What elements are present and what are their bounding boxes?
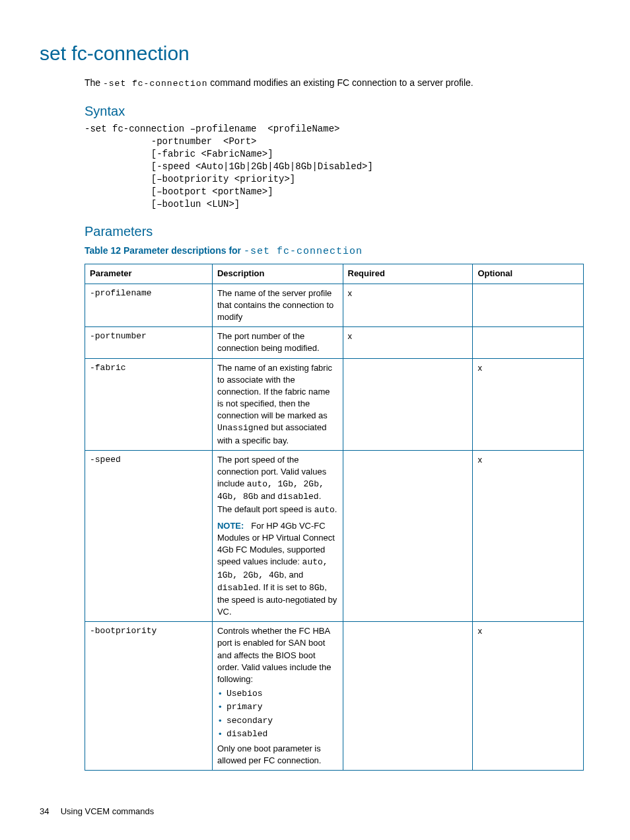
fabric-desc-mono: Unassigned xyxy=(217,423,269,433)
table-row: -bootpriority Controls whether the FC HB… xyxy=(85,622,584,771)
param-opt-profilename xyxy=(473,284,584,327)
param-desc-fabric: The name of an existing fabric to associ… xyxy=(212,358,343,450)
bootpriority-outro: Only one boot parameter is allowed per F… xyxy=(217,743,338,767)
parameters-table: Parameter Description Required Optional … xyxy=(85,264,584,771)
header-parameter: Parameter xyxy=(85,264,213,284)
speed-p1-end: . xyxy=(335,504,337,514)
bootpriority-bullets: Usebios primary secondary disabled xyxy=(217,688,338,740)
intro-command: -set fc-connection xyxy=(103,79,207,89)
caption-command: -set fc-connection xyxy=(244,246,363,257)
param-desc-speed: The port speed of the connection port. V… xyxy=(212,450,343,621)
fabric-desc-pre: The name of an existing fabric to associ… xyxy=(217,363,332,421)
table-row: -fabric The name of an existing fabric t… xyxy=(85,358,584,450)
intro-post: command modifies an existing FC connecti… xyxy=(207,77,473,88)
header-optional: Optional xyxy=(473,264,584,284)
header-description: Description xyxy=(212,264,343,284)
table-caption: Table 12 Parameter descriptions for -set… xyxy=(85,245,584,258)
speed-desc-p1: The port speed of the connection port. V… xyxy=(217,454,338,516)
table-row: -portnumber The port number of the conne… xyxy=(85,327,584,358)
note-mid1: , and xyxy=(284,570,303,580)
note-label: NOTE: xyxy=(217,521,244,531)
note-mid2: . If it is set to xyxy=(258,582,309,592)
param-desc-bootpriority: Controls whether the FC HBA port is enab… xyxy=(212,622,343,771)
speed-note: NOTE: For HP 4Gb VC-FC Modules or HP Vir… xyxy=(217,520,338,619)
param-opt-fabric: x xyxy=(473,358,584,450)
param-name-speed: -speed xyxy=(85,450,213,621)
syntax-heading: Syntax xyxy=(85,102,584,120)
param-opt-speed: x xyxy=(473,450,584,621)
page-number: 34 xyxy=(40,806,58,818)
intro-pre: The xyxy=(85,77,103,88)
speed-p1-mid: and xyxy=(258,491,277,501)
chapter-title: Using VCEM commands xyxy=(61,806,155,816)
param-req-portnumber: x xyxy=(343,327,473,358)
syntax-block: -set fc-connection –profilename <profile… xyxy=(85,123,584,210)
param-name-fabric: -fabric xyxy=(85,358,213,450)
list-item: disabled xyxy=(217,728,338,740)
list-item: Usebios xyxy=(217,688,338,700)
param-req-bootpriority xyxy=(343,622,473,771)
bootpriority-intro: Controls whether the FC HBA port is enab… xyxy=(217,625,338,685)
caption-prefix: Table 12 Parameter descriptions for xyxy=(85,245,244,256)
param-name-bootpriority: -bootpriority xyxy=(85,622,213,771)
param-opt-bootpriority: x xyxy=(473,622,584,771)
list-item: secondary xyxy=(217,715,338,727)
table-row: -profilename The name of the server prof… xyxy=(85,284,584,327)
header-required: Required xyxy=(343,264,473,284)
list-item: primary xyxy=(217,701,338,713)
table-header-row: Parameter Description Required Optional xyxy=(85,264,584,284)
param-desc-profilename: The name of the server profile that cont… xyxy=(212,284,343,327)
param-desc-portnumber: The port number of the connection being … xyxy=(212,327,343,358)
table-row: -speed The port speed of the connection … xyxy=(85,450,584,621)
page-footer: 34 Using VCEM commands xyxy=(40,806,154,818)
param-name-profilename: -profilename xyxy=(85,284,213,327)
param-req-fabric xyxy=(343,358,473,450)
speed-p1-disabled: disabled xyxy=(277,492,318,502)
page-container: set fc-connection The -set fc-connection… xyxy=(0,0,630,840)
param-req-speed xyxy=(343,450,473,621)
param-opt-portnumber xyxy=(473,327,584,358)
note-disabled: disabled xyxy=(217,583,258,593)
section-title: set fc-connection xyxy=(40,40,584,67)
intro-paragraph: The -set fc-connection command modifies … xyxy=(85,77,584,90)
note-8gb: 8Gb xyxy=(309,583,324,593)
speed-p1-auto: auto xyxy=(314,505,335,515)
param-name-portnumber: -portnumber xyxy=(85,327,213,358)
parameters-heading: Parameters xyxy=(85,222,584,241)
param-req-profilename: x xyxy=(343,284,473,327)
